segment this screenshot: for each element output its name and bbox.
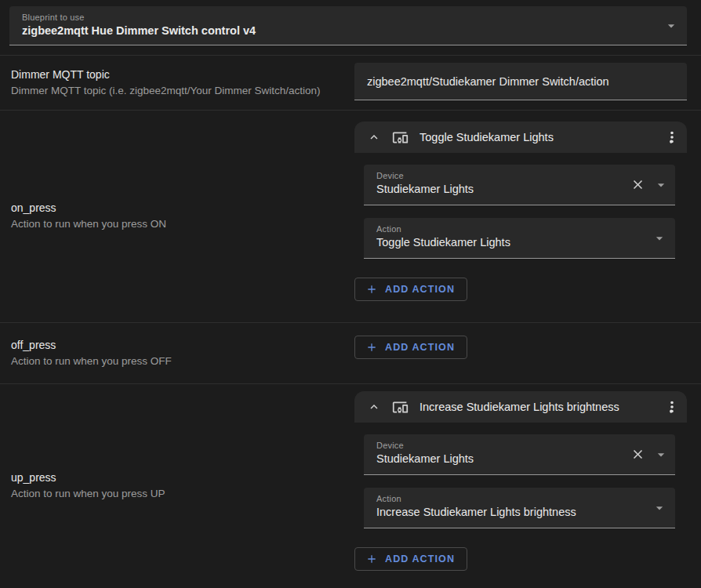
off-press-section: off_press Action to run when you press O… [0,322,701,383]
plus-icon [365,553,378,565]
on-press-description: Action to run when you press ON [11,218,339,231]
devices-icon [392,129,409,146]
on-press-action-card: Toggle Studiekamer Lights Device Studiek… [354,122,687,301]
mqtt-topic-section: Dimmer MQTT topic Dimmer MQTT topic (i.e… [0,55,701,110]
action-field-value: Increase Studiekamer Lights brightness [376,506,625,518]
mqtt-topic-labels: Dimmer MQTT topic Dimmer MQTT topic (i.e… [0,68,354,98]
chevron-up-icon[interactable] [367,400,381,414]
chevron-up-icon[interactable] [367,130,381,144]
up-press-name: up_press [11,471,339,484]
blueprint-select-label: Blueprint to use [22,13,674,22]
mqtt-topic-input[interactable]: zigbee2mqtt/Studiekamer Dimmer Switch/ac… [354,63,687,100]
blueprint-select[interactable]: Blueprint to use zigbee2mqtt Hue Dimmer … [9,6,687,45]
plus-icon [365,283,378,296]
on-press-action-select[interactable]: Action Toggle Studiekamer Lights [364,218,675,259]
device-field-value: Studiekamer Lights [376,452,625,465]
off-press-name: off_press [11,339,339,351]
chevron-down-icon[interactable] [653,447,669,463]
mqtt-topic-title: Dimmer MQTT topic [11,68,339,81]
on-press-section: on_press Action to run when you press ON… [0,110,701,322]
action-field-label: Action [376,494,625,503]
blueprint-config-page: Blueprint to use zigbee2mqtt Hue Dimmer … [0,0,701,588]
up-press-card-title: Increase Studiekamer Lights brightness [420,401,663,413]
chevron-down-icon[interactable] [652,218,667,258]
mqtt-topic-value: zigbee2mqtt/Studiekamer Dimmer Switch/ac… [367,75,609,88]
clear-icon[interactable] [630,177,645,192]
action-field-label: Action [376,224,625,234]
device-field-label: Device [376,171,625,180]
up-press-action-column: Increase Studiekamer Lights brightness D… [354,384,687,588]
add-action-button[interactable]: ADD ACTION [354,547,467,571]
up-press-section: up_press Action to run when you press UP… [0,383,701,588]
up-press-labels: up_press Action to run when you press UP [0,471,354,501]
add-action-label: ADD ACTION [385,554,455,564]
device-field-value: Studiekamer Lights [376,183,625,195]
blueprint-select-value: zigbee2mqtt Hue Dimmer Switch control v4 [22,24,674,37]
chevron-down-icon[interactable] [663,6,679,45]
up-press-card-header[interactable]: Increase Studiekamer Lights brightness [354,391,687,423]
action-field-value: Toggle Studiekamer Lights [376,236,625,249]
add-action-button[interactable]: ADD ACTION [354,336,467,359]
plus-icon [365,341,378,354]
on-press-labels: on_press Action to run when you press ON [0,201,354,231]
clear-icon[interactable] [630,447,645,462]
on-press-card-header[interactable]: Toggle Studiekamer Lights [354,122,687,153]
up-press-device-select[interactable]: Device Studiekamer Lights [364,434,675,475]
on-press-card-body: Device Studiekamer Lights Action [354,153,687,259]
chevron-down-icon[interactable] [653,177,669,193]
up-press-description: Action to run when you press UP [11,488,339,501]
chevron-down-icon[interactable] [652,488,667,528]
up-press-card-body: Device Studiekamer Lights Action [354,423,687,528]
off-press-description: Action to run when you press OFF [11,355,339,368]
on-press-device-select[interactable]: Device Studiekamer Lights [364,165,675,205]
device-field-label: Device [376,441,625,450]
add-action-label: ADD ACTION [385,342,455,353]
up-press-action-select[interactable]: Action Increase Studiekamer Lights brigh… [364,488,675,528]
mqtt-topic-description: Dimmer MQTT topic (i.e. zigbee2mqtt/Your… [11,85,339,98]
on-press-name: on_press [11,201,339,214]
up-press-action-card: Increase Studiekamer Lights brightness D… [354,391,687,571]
on-press-card-title: Toggle Studiekamer Lights [420,131,663,143]
kebab-menu-icon[interactable] [663,129,681,146]
add-action-label: ADD ACTION [385,284,455,295]
devices-icon [392,399,409,416]
mqtt-topic-field-column: zigbee2mqtt/Studiekamer Dimmer Switch/ac… [354,56,687,110]
off-press-action-column: ADD ACTION [354,323,687,383]
blueprint-picker-section: Blueprint to use zigbee2mqtt Hue Dimmer … [0,0,701,55]
on-press-action-column: Toggle Studiekamer Lights Device Studiek… [354,111,687,322]
kebab-menu-icon[interactable] [663,398,681,416]
add-action-button[interactable]: ADD ACTION [354,278,467,301]
off-press-labels: off_press Action to run when you press O… [0,339,354,368]
